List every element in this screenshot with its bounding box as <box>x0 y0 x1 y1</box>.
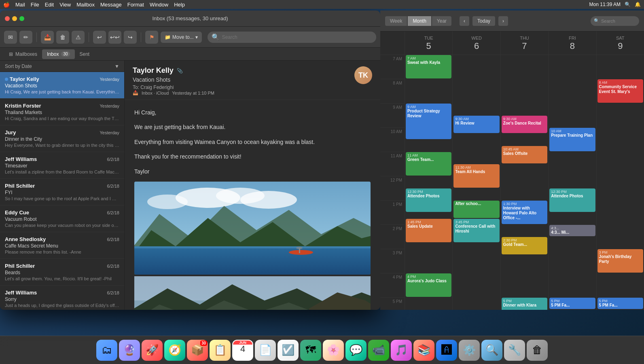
dock-notes[interactable]: 📋 <box>210 340 231 361</box>
calendar-event[interactable]: 11:30 AMTeam All Hands <box>453 164 499 188</box>
dock-messages[interactable]: 💬 <box>345 340 366 361</box>
mail-item-5[interactable]: Eddy Cue 6/2/18 Vacuum Robot Can you ple… <box>0 205 124 232</box>
menu-format[interactable]: Format <box>127 2 144 8</box>
tab-inbox[interactable]: Inbox 30 <box>42 49 74 59</box>
siri-icon[interactable]: 🔔 <box>635 2 641 7</box>
calendar-event[interactable]: 12:30 PMAttendee Photos <box>406 188 451 212</box>
compose-button[interactable]: ✏ <box>19 31 32 44</box>
tab-mailboxes[interactable]: ⊞ Mailboxes <box>4 49 42 59</box>
mail-item-4[interactable]: Phil Schiller 6/2/18 FYI So I may have g… <box>0 179 124 205</box>
calendar-event[interactable]: 12:30 PMAttendee Photos <box>549 188 595 212</box>
day-hour-slot[interactable] <box>453 249 500 273</box>
mailbox-icon[interactable]: ✉ <box>4 31 17 44</box>
reply-button[interactable]: ↩ <box>93 31 106 44</box>
dock-reminders[interactable]: ☑️ <box>278 340 299 361</box>
dock-cal-icon[interactable]: JUN 4 <box>232 340 253 361</box>
tab-month[interactable]: Month <box>408 16 431 26</box>
day-hour-slot[interactable] <box>549 104 596 128</box>
menu-mailbox[interactable]: Mailbox <box>76 2 95 8</box>
dock-calendar[interactable]: 30📦 <box>187 340 208 361</box>
dock-safari[interactable]: 🧭 <box>164 340 185 361</box>
calendar-event[interactable]: 5 PM5 PM Fa... <box>597 298 643 309</box>
close-button[interactable] <box>5 16 10 21</box>
flag-button[interactable]: ⚑ <box>145 31 158 44</box>
day-hour-slot[interactable] <box>501 79 548 104</box>
day-hour-slot[interactable] <box>453 298 500 310</box>
calendar-event[interactable]: 4 PMAurora's Judo Class <box>406 273 451 297</box>
day-hour-slot[interactable] <box>501 55 548 79</box>
day-hour-slot[interactable] <box>597 273 644 298</box>
day-hour-slot[interactable] <box>405 79 452 104</box>
day-hour-slot[interactable] <box>549 55 596 79</box>
dock-appstore[interactable]: 🅰 <box>436 340 457 361</box>
mail-item-7[interactable]: Phil Schiller 6/2/18 Beards Let's all gr… <box>0 259 124 286</box>
day-hour-slot[interactable] <box>453 273 500 298</box>
delete-button[interactable]: 🗑 <box>56 31 69 44</box>
calendar-event[interactable]: 11 AMGreen Team... <box>406 152 451 176</box>
dock-itunes[interactable]: 🎵 <box>391 340 412 361</box>
maximize-button[interactable] <box>19 16 24 21</box>
dock-trash[interactable]: 🗑 <box>527 340 548 361</box>
cal-prev-button[interactable]: ‹ <box>460 16 469 26</box>
mail-item-3[interactable]: Jeff Williams 6/2/18 Timesaver Let's ins… <box>0 152 124 179</box>
dock-settings[interactable]: ⚙️ <box>459 340 480 361</box>
search-input[interactable] <box>222 34 372 40</box>
calendar-event[interactable]: 10:45 AMSales Offsite <box>502 146 547 163</box>
calendar-event[interactable]: 7 AMSweat with Kayla <box>406 55 451 78</box>
forward-button[interactable]: ↪ <box>124 31 137 44</box>
mail-item-1[interactable]: Kristin Forster Yesterday Thailand Marke… <box>0 99 124 125</box>
dock-books[interactable]: 📚 <box>413 340 434 361</box>
junk-button[interactable]: ⚠ <box>72 31 85 44</box>
calendar-event[interactable]: 5 PM5 PM Fa... <box>549 298 595 309</box>
day-hour-slot[interactable] <box>597 201 644 225</box>
apple-menu[interactable]: 🍎 <box>3 2 10 8</box>
menu-app[interactable]: Mail <box>15 2 25 8</box>
day-hour-slot[interactable] <box>597 176 644 201</box>
mail-item-8[interactable]: Jeff Williams 6/2/18 Sorry Just a heads … <box>0 286 124 310</box>
day-hour-slot[interactable] <box>453 79 500 104</box>
dock-maps[interactable]: 🗺 <box>300 340 321 361</box>
cal-today-button[interactable]: Today <box>472 16 495 26</box>
day-hour-slot[interactable] <box>597 225 644 249</box>
sort-label[interactable]: Sort by Date <box>5 63 32 69</box>
menu-window[interactable]: Window <box>150 2 168 8</box>
dock-preview[interactable]: 🔍 <box>481 340 502 361</box>
day-hour-slot[interactable] <box>501 273 548 298</box>
calendar-event[interactable]: 4:3...4:3... Mi... <box>549 225 595 236</box>
calendar-event[interactable]: 9:30 AMHi Review <box>453 116 499 133</box>
day-hour-slot[interactable] <box>549 273 596 298</box>
calendar-event[interactable]: 3 PMJonah's Birthday Party <box>597 249 643 273</box>
reply-all-button[interactable]: ↩↩ <box>108 31 121 44</box>
menu-file[interactable]: File <box>31 2 39 8</box>
day-hour-slot[interactable] <box>549 249 596 273</box>
menu-edit[interactable]: Edit <box>45 2 54 8</box>
calendar-event[interactable]: 5 PMDinner with Klara <box>502 298 547 310</box>
menu-view[interactable]: View <box>59 2 71 8</box>
day-hour-slot[interactable] <box>405 298 452 310</box>
calendar-event[interactable]: 9:30 AMZoe's Dance Recital <box>502 116 547 133</box>
move-to-button[interactable]: 📁 Move to... ▾ <box>161 32 202 43</box>
tab-week[interactable]: Week <box>385 16 407 26</box>
calendar-event[interactable]: 1:45 PMSales Update <box>406 219 451 242</box>
dock-tools[interactable]: 🔧 <box>504 340 525 361</box>
dock-launchpad[interactable]: 🚀 <box>142 340 163 361</box>
dock-facetime[interactable]: 📹 <box>368 340 389 361</box>
calendar-event[interactable]: 1:30 PMInterview with Howard Palo Alto O… <box>502 201 547 224</box>
day-hour-slot[interactable] <box>549 79 596 104</box>
mail-item-0[interactable]: Taylor Kelly Yesterday Vacation Shots Hi… <box>0 72 124 99</box>
day-hour-slot[interactable] <box>597 128 644 152</box>
minimize-button[interactable] <box>12 16 17 21</box>
calendar-event[interactable]: 10 AMPrepare Training Plan <box>549 128 595 151</box>
dock-contacts[interactable]: 📄 <box>255 340 276 361</box>
day-hour-slot[interactable] <box>549 152 596 176</box>
day-hour-slot[interactable] <box>597 55 644 79</box>
cal-search[interactable]: 🔍 Search <box>591 16 639 26</box>
day-hour-slot[interactable] <box>597 152 644 176</box>
dock-photos[interactable]: 🌸 <box>323 340 344 361</box>
calendar-event[interactable]: 2:30 PMGold Team... <box>502 237 547 254</box>
tab-year[interactable]: Year <box>432 16 451 26</box>
mail-item-2[interactable]: Jury Yesterday Dinner in the City Hey Ev… <box>0 125 124 152</box>
cal-next-button[interactable]: › <box>498 16 508 26</box>
day-hour-slot[interactable] <box>453 55 500 79</box>
day-hour-slot[interactable] <box>405 249 452 273</box>
